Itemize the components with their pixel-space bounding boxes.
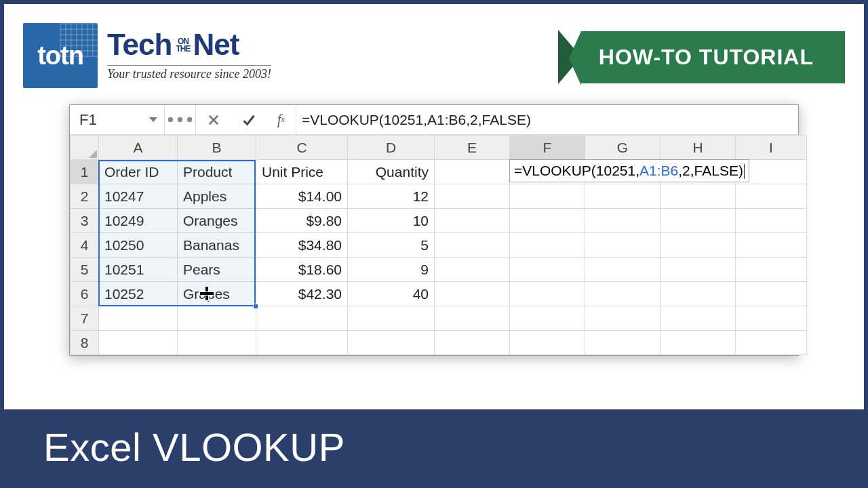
spreadsheet-grid[interactable]: A B C D E F G H I 1 Order ID Product Uni… [70,135,798,355]
cell[interactable] [435,184,510,209]
chevron-down-icon[interactable] [149,117,157,122]
col-header[interactable]: E [435,136,510,160]
col-header[interactable]: C [256,136,348,160]
cell[interactable]: Unit Price [256,160,348,184]
cell[interactable] [585,306,660,331]
col-header[interactable]: D [348,136,435,160]
cell[interactable] [660,209,736,233]
cell[interactable]: $18.60 [256,258,348,282]
cell[interactable] [435,233,510,258]
col-header[interactable]: A [99,136,178,160]
cell[interactable] [348,306,435,331]
cell[interactable] [510,282,585,306]
cell[interactable] [510,209,585,233]
cell[interactable]: $14.00 [256,184,348,209]
row-header[interactable]: 6 [71,282,99,306]
cell[interactable] [435,282,510,306]
functions-dropdown[interactable] [165,105,196,134]
cell[interactable] [660,331,736,355]
cell[interactable] [660,258,736,282]
col-header[interactable]: G [585,136,660,160]
col-header[interactable]: F [510,136,585,160]
cell-edit-overlay[interactable]: =VLOOKUP(10251,A1:B6,2,FALSE) [509,159,749,182]
cancel-icon[interactable] [196,105,231,134]
cell[interactable] [585,282,660,306]
cell[interactable] [585,209,660,233]
cell[interactable] [736,184,807,209]
cell[interactable] [435,331,510,355]
cell[interactable] [510,331,585,355]
cell[interactable] [585,331,660,355]
cell[interactable] [736,209,807,233]
enter-icon[interactable] [231,105,267,134]
cell[interactable] [435,306,510,331]
cell[interactable] [178,306,256,331]
cell[interactable] [99,331,178,355]
cell[interactable]: 40 [348,282,435,306]
cell[interactable] [736,331,807,355]
cell[interactable] [510,184,585,209]
cell[interactable]: Order ID [99,160,178,184]
cell[interactable] [99,306,178,331]
cell[interactable]: 10250 [99,233,178,258]
row-header[interactable]: 7 [71,306,99,331]
cell[interactable] [585,233,660,258]
cell[interactable] [256,331,348,355]
row-header[interactable]: 1 [71,160,99,184]
formula-bar-input[interactable]: =VLOOKUP(10251,A1:B6,2,FALSE) [296,105,798,134]
cell[interactable]: 10251 [99,258,178,282]
cell[interactable] [736,233,807,258]
row-header[interactable]: 3 [71,209,99,233]
row-header[interactable]: 4 [71,233,99,258]
cell[interactable]: 9 [348,258,435,282]
cell[interactable] [348,331,435,355]
cell[interactable]: Product [178,160,256,184]
cell-edit-prefix: =VLOOKUP(10251, [514,163,639,178]
cell[interactable] [510,306,585,331]
cell[interactable]: 10247 [99,184,178,209]
cell[interactable] [510,258,585,282]
cell[interactable] [256,306,348,331]
cell[interactable] [585,258,660,282]
cell[interactable] [660,233,736,258]
cell[interactable]: Oranges [178,209,256,233]
brand-the: THE [176,45,190,53]
cell[interactable]: 10249 [99,209,178,233]
insert-function-icon[interactable]: fx [267,105,296,134]
cell[interactable] [736,282,807,306]
cell[interactable]: $42.30 [256,282,348,306]
cell[interactable] [435,160,510,184]
cell[interactable]: $34.80 [256,233,348,258]
cell[interactable] [178,331,256,355]
col-header[interactable]: H [660,136,736,160]
cell[interactable] [435,258,510,282]
cell[interactable] [736,258,807,282]
col-header[interactable]: I [736,136,807,160]
cell[interactable] [660,306,736,331]
header: totn TechONTHENet Your trusted resource … [4,4,864,88]
cell[interactable]: Grapes [178,282,256,306]
row-header[interactable]: 5 [71,258,99,282]
cell[interactable] [660,282,736,306]
select-all-corner[interactable] [71,136,99,160]
cell[interactable]: Bananas [178,233,256,258]
row-header[interactable]: 8 [71,331,99,355]
cell[interactable]: Quantity [348,160,435,184]
brand-name-a: Tech [107,28,172,61]
cell[interactable]: Apples [178,184,256,209]
col-header[interactable]: B [178,136,256,160]
row-header[interactable]: 2 [71,184,99,209]
cell[interactable] [585,184,660,209]
brand-tagline: Your trusted resource since 2003! [107,65,271,81]
cell[interactable]: Pears [178,258,256,282]
cell[interactable] [435,209,510,233]
cell[interactable] [660,184,736,209]
cell[interactable]: 10252 [99,282,178,306]
cell[interactable] [736,306,807,331]
cell[interactable] [510,233,585,258]
cell[interactable]: 10 [348,209,435,233]
name-box[interactable]: F1 [70,105,165,134]
cell[interactable]: $9.80 [256,209,348,233]
cell[interactable]: 12 [348,184,435,209]
cell[interactable]: 5 [348,233,435,258]
